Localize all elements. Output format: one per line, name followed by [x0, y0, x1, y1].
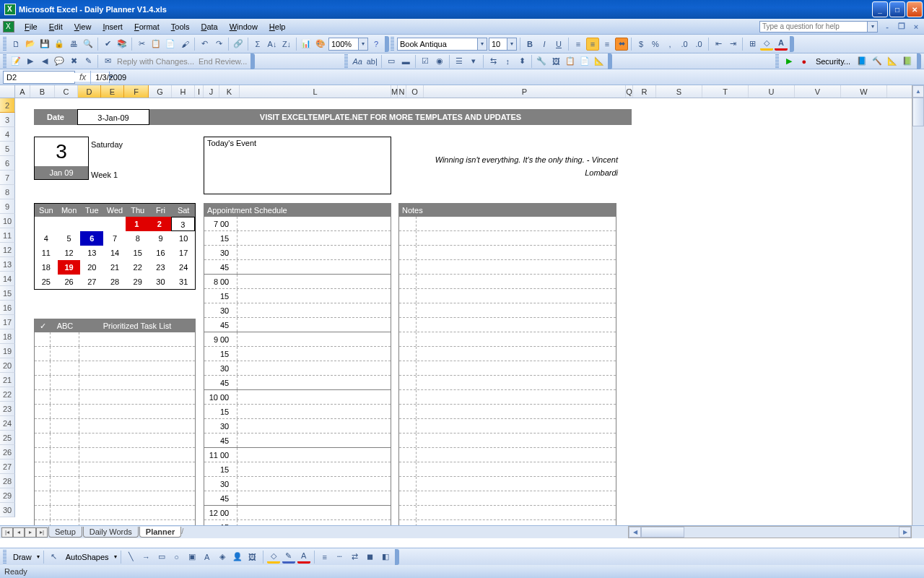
- cal-day-cell[interactable]: 27: [80, 275, 103, 289]
- task-row[interactable]: [35, 361, 195, 376]
- size-input[interactable]: [489, 38, 507, 50]
- checkbox-control[interactable]: ☑: [419, 55, 432, 68]
- toolbar-grip[interactable]: [3, 550, 6, 564]
- underline-button[interactable]: U: [552, 38, 565, 51]
- bold-button[interactable]: B: [523, 38, 536, 51]
- scrollbar-control[interactable]: ⬍: [515, 55, 528, 68]
- shadow-button[interactable]: ◼: [364, 551, 377, 564]
- image-control[interactable]: 🖼: [549, 55, 562, 68]
- notes-row[interactable]: [399, 332, 616, 347]
- notes-row[interactable]: [399, 448, 616, 462]
- font-input[interactable]: [398, 38, 477, 50]
- select-all[interactable]: [0, 85, 15, 98]
- arrow-button[interactable]: →: [140, 551, 153, 564]
- more-controls[interactable]: 🔧: [535, 55, 548, 68]
- name-box[interactable]: ▾: [3, 71, 75, 84]
- menu-window[interactable]: Window: [224, 21, 263, 33]
- menu-file[interactable]: File: [19, 21, 43, 33]
- comment-button[interactable]: 📝: [9, 55, 22, 68]
- merge-button[interactable]: ⬌: [615, 38, 628, 51]
- currency-button[interactable]: $: [635, 38, 648, 51]
- row-header-13[interactable]: 13: [0, 257, 15, 272]
- event-box[interactable]: Today's Event: [204, 137, 391, 194]
- notes-row[interactable]: [399, 390, 616, 405]
- notes-row[interactable]: [399, 289, 616, 303]
- row-header-26[interactable]: 26: [0, 445, 15, 460]
- task-row[interactable]: [35, 506, 195, 520]
- paste-button[interactable]: 📄: [164, 38, 177, 51]
- toolbar-grip[interactable]: [344, 54, 348, 69]
- properties-button[interactable]: 📋: [564, 55, 577, 68]
- research-button[interactable]: 📚: [116, 38, 128, 51]
- cal-day-cell[interactable]: 22: [126, 260, 149, 275]
- row-header-22[interactable]: 22: [0, 387, 15, 402]
- cal-day-cell[interactable]: 20: [80, 260, 103, 275]
- prev-comment-button[interactable]: ◀: [38, 55, 51, 68]
- cal-day-cell[interactable]: 26: [58, 275, 81, 289]
- toolbar-grip[interactable]: [3, 37, 6, 51]
- cal-day-cell[interactable]: 25: [35, 275, 58, 289]
- cal-day-cell[interactable]: 24: [172, 260, 195, 275]
- row-header-27[interactable]: 27: [0, 460, 15, 474]
- draw-menu[interactable]: Draw: [10, 553, 35, 561]
- notes-row[interactable]: [399, 260, 616, 275]
- show-comments-button[interactable]: 💬: [53, 55, 66, 68]
- col-header-F[interactable]: F: [124, 85, 149, 98]
- list-control[interactable]: ☰: [453, 55, 466, 68]
- appt-slot[interactable]: 900: [204, 332, 391, 347]
- help-search[interactable]: [759, 21, 868, 33]
- dec-decimal-button[interactable]: .0: [692, 38, 705, 51]
- code-button[interactable]: 📄: [578, 55, 591, 68]
- close-button[interactable]: ✕: [907, 1, 923, 17]
- cal-day-cell[interactable]: 1: [126, 217, 148, 231]
- redo-button[interactable]: ↷: [212, 38, 225, 51]
- vertical-scrollbar[interactable]: ▲ ▼: [912, 85, 924, 538]
- cal-day-cell[interactable]: 17: [172, 246, 195, 260]
- row-header-20[interactable]: 20: [0, 358, 15, 373]
- task-row[interactable]: [35, 376, 195, 390]
- col-header-L[interactable]: L: [240, 85, 391, 98]
- task-row[interactable]: [35, 390, 195, 405]
- sheet-tab-setup[interactable]: Setup: [48, 527, 82, 538]
- cal-day-cell[interactable]: 8: [126, 231, 149, 246]
- appt-slot[interactable]: 45: [204, 260, 391, 275]
- diagram-button[interactable]: ◈: [216, 551, 229, 564]
- notes-row[interactable]: [399, 217, 616, 231]
- col-header-D[interactable]: D: [78, 85, 101, 98]
- reply-changes-button[interactable]: Reply with Changes...: [116, 57, 196, 66]
- save-button[interactable]: 💾: [38, 38, 51, 51]
- cal-day-cell[interactable]: 6: [80, 231, 103, 246]
- appt-slot[interactable]: 30: [204, 246, 391, 260]
- task-row[interactable]: [35, 332, 195, 347]
- row-header-2[interactable]: 2: [0, 98, 15, 113]
- cal-day-cell[interactable]: 12: [58, 246, 81, 260]
- date-value-cell[interactable]: 3-Jan-09: [77, 109, 149, 125]
- appt-slot[interactable]: 15: [204, 405, 391, 419]
- task-row[interactable]: [35, 405, 195, 419]
- cal-day-cell[interactable]: 9: [149, 231, 173, 246]
- sort-desc-button[interactable]: Z↓: [280, 38, 293, 51]
- notes-row[interactable]: [399, 506, 616, 520]
- col-header-G[interactable]: G: [149, 85, 172, 98]
- row-header-19[interactable]: 19: [0, 344, 15, 358]
- drawing-button[interactable]: 🎨: [314, 38, 327, 51]
- undo-button[interactable]: ↶: [198, 38, 211, 51]
- row-header-21[interactable]: 21: [0, 373, 15, 387]
- row-header-3[interactable]: 3: [0, 113, 15, 127]
- percent-button[interactable]: %: [649, 38, 662, 51]
- row-header-14[interactable]: 14: [0, 272, 15, 286]
- col-header-T[interactable]: T: [702, 85, 749, 98]
- appt-slot[interactable]: 15: [204, 462, 391, 477]
- notes-row[interactable]: [399, 303, 616, 318]
- spinner-control[interactable]: ↕: [501, 55, 514, 68]
- col-header-M[interactable]: M: [391, 85, 398, 98]
- notes-row[interactable]: [399, 434, 616, 448]
- tab-last[interactable]: ▸|: [36, 527, 48, 538]
- appt-slot[interactable]: 30: [204, 419, 391, 434]
- font-color-button[interactable]: A: [775, 38, 788, 51]
- picture-button[interactable]: 🖼: [246, 551, 259, 564]
- col-header-S[interactable]: S: [656, 85, 702, 98]
- clipart-button[interactable]: 👤: [231, 551, 244, 564]
- link-button[interactable]: 🔗: [232, 38, 245, 51]
- appt-slot[interactable]: 15: [204, 231, 391, 246]
